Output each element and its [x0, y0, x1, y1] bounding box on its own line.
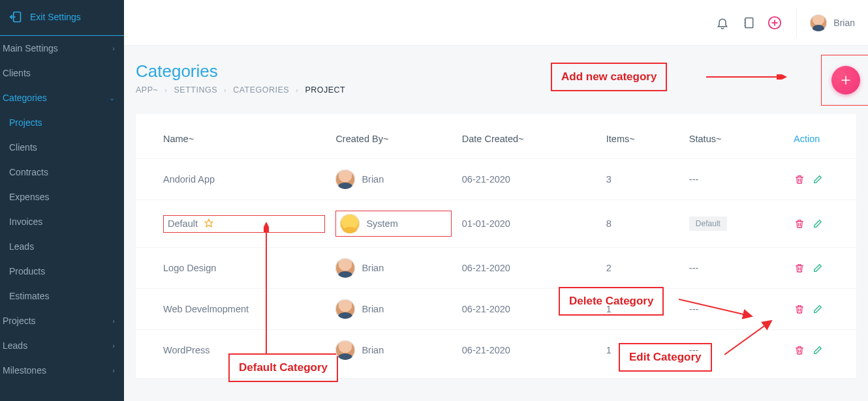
category-name: Default: [168, 218, 198, 229]
sidebar-item-projects[interactable]: Projects ›: [0, 308, 124, 333]
sidebar-item-label: Main Settings: [3, 43, 58, 53]
avatar: [335, 258, 355, 278]
sidebar-item-categories[interactable]: Categories ⌄: [0, 85, 124, 110]
avatar: [810, 14, 827, 31]
cell-status: Default: [684, 200, 788, 248]
sidebar-item-label: Products: [9, 266, 45, 276]
svg-marker-15: [205, 219, 213, 227]
exit-settings-link[interactable]: Exit Settings: [0, 0, 124, 36]
add-category-button[interactable]: [831, 66, 860, 95]
main-area: Brian Categories APP~ › SETTINGS › CATEG…: [124, 0, 868, 401]
edit-button[interactable]: [812, 218, 824, 230]
table-row: Logo DesignBrian06-21-20202---: [136, 248, 856, 289]
breadcrumb-item[interactable]: CATEGORIES: [233, 85, 289, 95]
col-header-created-by[interactable]: Created By~: [330, 119, 456, 159]
notebook-icon[interactable]: [741, 16, 756, 30]
sidebar-item-label: Clients: [3, 68, 31, 78]
cell-action: [788, 248, 856, 289]
cell-name: Web Develmopment: [136, 289, 330, 330]
creator-name: Brian: [362, 174, 384, 185]
user-menu[interactable]: Brian: [810, 14, 855, 31]
col-header-action: Action: [788, 119, 856, 159]
plus-circle-icon[interactable]: [767, 16, 782, 30]
cell-action: [788, 330, 856, 371]
avatar: [335, 299, 355, 319]
annotation-arrow: [706, 74, 791, 80]
chevron-right-icon: ›: [112, 366, 115, 374]
cell-name: Default: [136, 200, 330, 248]
cell-created-by: Brian: [330, 330, 456, 371]
chevron-right-icon: ›: [112, 342, 115, 349]
cell-created-by: Brian: [330, 159, 456, 200]
topbar: Brian: [124, 0, 868, 46]
sidebar-subitem-projects[interactable]: Projects: [0, 110, 124, 135]
sidebar-item-label: Leads: [9, 241, 34, 252]
creator-name: Brian: [362, 304, 384, 314]
delete-button[interactable]: [794, 262, 805, 274]
sidebar-item-label: Estimates: [9, 291, 49, 301]
sidebar-item-label: Expenses: [9, 192, 49, 202]
topbar-divider: [796, 8, 797, 37]
delete-button[interactable]: [794, 218, 805, 230]
sidebar-subitem-leads[interactable]: Leads: [0, 234, 124, 259]
avatar: [340, 214, 360, 233]
sidebar-item-leads[interactable]: Leads ›: [0, 333, 124, 358]
sidebar-item-label: Categories: [3, 93, 47, 103]
sidebar-subitem-estimates[interactable]: Estimates: [0, 284, 124, 308]
sidebar-item-label: Invoices: [9, 216, 42, 227]
breadcrumb-item[interactable]: APP~: [136, 85, 158, 95]
avatar: [335, 340, 355, 360]
annotation-arrow: [264, 219, 269, 353]
sidebar-subitem-expenses[interactable]: Expenses: [0, 185, 124, 209]
sidebar: Exit Settings Main Settings › Clients Ca…: [0, 0, 124, 401]
sidebar-subitem-clients[interactable]: Clients: [0, 135, 124, 160]
category-name: Web Develmopment: [163, 304, 249, 314]
cell-date-created: 06-21-2020: [457, 330, 601, 371]
svg-rect-1: [745, 18, 753, 27]
col-header-status[interactable]: Status~: [684, 119, 788, 159]
sidebar-item-label: Leads: [3, 340, 27, 351]
table-row: Andorid AppBrian06-21-20203---: [136, 159, 856, 200]
sidebar-item-label: Projects: [9, 117, 42, 128]
sidebar-subitem-contracts[interactable]: Contracts: [0, 160, 124, 185]
cell-created-by: System: [330, 200, 456, 248]
delete-button[interactable]: [794, 173, 805, 185]
annotation-delete-category: Delete Category: [559, 287, 664, 316]
sidebar-subitem-invoices[interactable]: Invoices: [0, 209, 124, 234]
sidebar-item-main-settings[interactable]: Main Settings ›: [0, 36, 124, 61]
delete-button[interactable]: [794, 344, 805, 356]
cell-action: [788, 289, 856, 330]
cell-name: Logo Design: [136, 248, 330, 289]
delete-button[interactable]: [794, 303, 805, 315]
avatar: [335, 170, 355, 189]
svg-line-13: [724, 321, 771, 355]
category-name: Andorid App: [163, 174, 215, 185]
breadcrumb-item[interactable]: SETTINGS: [174, 85, 217, 95]
chevron-right-icon: ›: [112, 317, 115, 325]
cell-items: 3: [601, 159, 684, 200]
edit-button[interactable]: [812, 173, 824, 185]
cell-created-by: Brian: [330, 248, 456, 289]
cell-date-created: 06-21-2020: [457, 159, 601, 200]
edit-button[interactable]: [812, 262, 824, 274]
edit-button[interactable]: [812, 303, 824, 315]
annotation-edit-category: Edit Category: [619, 343, 712, 372]
chevron-right-icon: ›: [296, 86, 298, 94]
sidebar-item-label: Clients: [9, 142, 37, 153]
svg-line-12: [679, 299, 752, 316]
col-header-name[interactable]: Name~: [136, 119, 330, 159]
creator-name: Brian: [362, 345, 384, 355]
edit-button[interactable]: [812, 344, 824, 356]
creator-name: Brian: [362, 263, 384, 273]
cell-items: 8: [601, 200, 684, 248]
col-header-date-created[interactable]: Date Created~: [457, 119, 601, 159]
sidebar-item-label: Contracts: [9, 167, 48, 177]
col-header-items[interactable]: Items~: [601, 119, 684, 159]
cell-status: ---: [684, 248, 788, 289]
table-row: DefaultSystem01-01-20208Default: [136, 200, 856, 248]
sidebar-item-milestones[interactable]: Milestones ›: [0, 358, 124, 383]
exit-icon: [9, 10, 22, 23]
sidebar-item-clients[interactable]: Clients: [0, 61, 124, 85]
bell-icon[interactable]: [715, 16, 730, 30]
sidebar-subitem-products[interactable]: Products: [0, 259, 124, 284]
